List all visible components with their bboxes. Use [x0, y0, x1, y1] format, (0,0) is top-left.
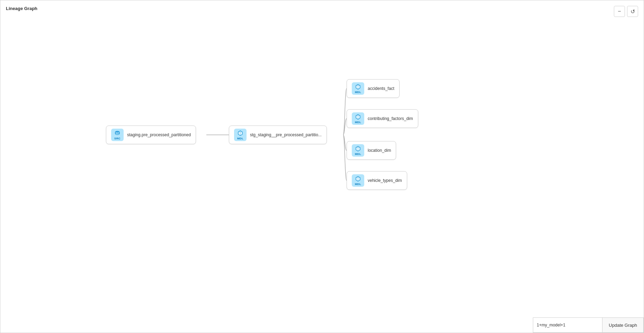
main-container: Lineage Graph − ↺ SRC staging.pre_proces… [0, 0, 644, 333]
toolbar: − ↺ [614, 6, 638, 17]
mdl5-badge: MDL [355, 183, 361, 186]
node-location-dim[interactable]: MDL location_dim [347, 141, 396, 160]
selector-input[interactable] [533, 317, 602, 333]
mdl5-icon: MDL [352, 174, 364, 187]
mdl1-icon: MDL [234, 129, 247, 141]
page-title: Lineage Graph [6, 6, 37, 11]
zoom-out-button[interactable]: − [614, 6, 625, 17]
mdl1-badge: MDL [237, 137, 243, 140]
mdl2-badge: MDL [355, 91, 361, 94]
refresh-button[interactable]: ↺ [627, 6, 638, 17]
mdl4-label: location_dim [368, 148, 391, 153]
node-staging[interactable]: MDL stg_staging__pre_processed_partitio.… [229, 126, 327, 144]
mdl3-icon: MDL [352, 112, 364, 125]
node-contributing-factors[interactable]: MDL contributing_factors_dim [347, 109, 418, 128]
mdl3-label: contributing_factors_dim [368, 116, 413, 121]
mdl2-label: accidents_fact [368, 86, 394, 91]
mdl2-icon: MDL [352, 82, 364, 95]
update-graph-button[interactable]: Update Graph [602, 317, 644, 333]
mdl5-label: vehicle_types_dim [368, 178, 402, 183]
svg-point-0 [115, 131, 119, 132]
node-accidents-fact[interactable]: MDL accidents_fact [347, 79, 400, 98]
mdl4-badge: MDL [355, 152, 361, 156]
mdl4-icon: MDL [352, 144, 364, 157]
node-source[interactable]: SRC staging.pre_processed_partitioned [106, 126, 196, 144]
node-vehicle-types-dim[interactable]: MDL vehicle_types_dim [347, 171, 407, 190]
src-badge: SRC [114, 137, 120, 140]
src-icon: SRC [111, 129, 124, 141]
bottom-bar: Update Graph [533, 317, 644, 333]
edges-svg [0, 0, 644, 333]
mdl3-badge: MDL [355, 121, 361, 124]
src-label: staging.pre_processed_partitioned [127, 132, 191, 137]
mdl1-label: stg_staging__pre_processed_partitio... [250, 132, 322, 137]
